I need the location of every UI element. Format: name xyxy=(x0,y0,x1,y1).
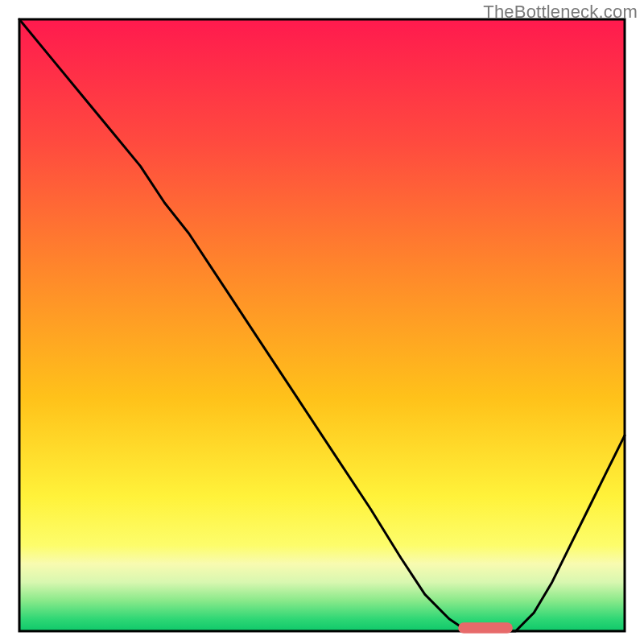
chart-container: TheBottleneck.com xyxy=(0,0,644,644)
watermark-text: TheBottleneck.com xyxy=(483,2,638,23)
line-chart xyxy=(0,0,644,644)
gradient-background xyxy=(19,19,625,631)
min-marker xyxy=(458,622,513,634)
